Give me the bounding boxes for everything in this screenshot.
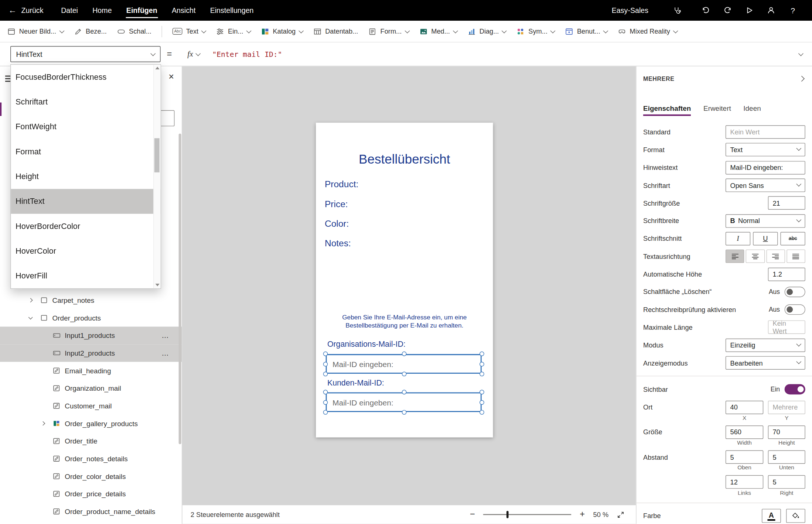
ribbon-item-charts[interactable]: Diag... [468, 27, 506, 35]
selection-handle[interactable] [480, 410, 484, 415]
underline-button[interactable]: U [753, 232, 778, 245]
dropdown-item[interactable]: FontWeight [11, 114, 160, 139]
align-justify-button[interactable] [787, 250, 805, 263]
selection-handle[interactable] [323, 362, 328, 367]
ribbon-item-gallery[interactable]: Katalog [261, 27, 303, 35]
help-button[interactable]: ? [782, 0, 804, 21]
italic-button[interactable]: I [726, 232, 750, 245]
y-input[interactable]: Mehrere [768, 400, 805, 414]
x-input[interactable]: 40 [726, 400, 763, 414]
max-length-input[interactable]: Kein Wert [768, 321, 805, 334]
more-options-icon[interactable]: … [161, 349, 169, 357]
tree-item-order-color-details[interactable]: Order_color_details [0, 468, 182, 485]
selection-handle[interactable] [402, 390, 406, 395]
selection-handle[interactable] [402, 371, 406, 376]
selection-handle[interactable] [480, 352, 484, 356]
width-input[interactable]: 560 [726, 425, 763, 439]
visible-toggle[interactable] [785, 384, 805, 395]
dropdown-item-selected[interactable]: HintText [11, 189, 160, 214]
tab-erweitert[interactable]: Erweitert [703, 105, 731, 116]
dropdown-item[interactable]: Height [11, 164, 160, 189]
hinweistext-input[interactable]: Mail-ID eingeben: [726, 161, 805, 174]
tab-eigenschaften[interactable]: Eigenschaften [643, 105, 691, 116]
selection-handle[interactable] [323, 371, 328, 376]
dropdown-item[interactable]: Format [11, 139, 160, 164]
menu-einstellungen[interactable]: Einstellungen [203, 0, 261, 21]
align-right-button[interactable] [766, 250, 785, 263]
padding-left-input[interactable]: 12 [726, 476, 763, 489]
selection-handle[interactable] [323, 410, 328, 415]
spellcheck-toggle[interactable] [785, 304, 805, 315]
formula-input[interactable]: "Enter mail ID:" [212, 50, 282, 58]
ribbon-item-input[interactable]: Ein... [216, 27, 250, 35]
zoom-in-button[interactable]: + [580, 509, 585, 520]
tree-item-email-heading[interactable]: Email_heading [0, 362, 182, 380]
tree-item-order-price-details[interactable]: Order_price_details [0, 485, 182, 503]
tree-item-order-products[interactable]: Order_products [0, 309, 182, 327]
schriftgroesse-input[interactable]: 21 [768, 196, 805, 210]
zeilenhoehe-input[interactable]: 1.2 [768, 267, 805, 281]
property-selector[interactable]: HintText [10, 46, 161, 62]
selection-handle[interactable] [480, 400, 484, 405]
product-label[interactable]: Product: [325, 179, 358, 190]
tree-scrollbar[interactable] [179, 134, 181, 444]
tree-item-order-product-name-details[interactable]: Order_product_name_details [0, 503, 182, 520]
format-select[interactable]: Text [726, 143, 805, 157]
color-label[interactable]: Color: [325, 219, 358, 229]
ribbon-item-forms[interactable]: Form... [368, 27, 409, 35]
input1-products-textbox[interactable]: Mail-ID eingeben: [326, 354, 482, 374]
tree-item-customer-mail[interactable]: Customer_mail [0, 397, 182, 415]
selection-handle[interactable] [480, 371, 484, 376]
organization-mail-label[interactable]: Organisations-Mail-ID: [327, 340, 406, 349]
schriftart-select[interactable]: Open Sans [726, 179, 805, 192]
zoom-slider[interactable] [483, 511, 571, 518]
app-screen-canvas[interactable]: Bestellübersicht Product: Price: Color: … [316, 123, 493, 437]
customer-mail-label[interactable]: Kunden-Mail-ID: [327, 379, 384, 387]
ribbon-item-icons[interactable]: Sym... [516, 27, 555, 35]
modus-select[interactable]: Einzeilig [726, 338, 805, 352]
order-overview-title[interactable]: Bestellübersicht [316, 152, 493, 167]
dropdown-scrollbar[interactable] [153, 65, 161, 288]
align-left-button[interactable] [726, 250, 744, 263]
selection-handle[interactable] [402, 352, 406, 356]
fx-dropdown[interactable]: fx [187, 50, 199, 59]
formula-bar-expand-icon[interactable] [798, 51, 804, 56]
undo-icon[interactable] [695, 0, 717, 21]
standard-input[interactable]: Kein Wert [726, 125, 805, 138]
close-panel-button[interactable]: × [168, 72, 174, 81]
tree-item-order-gallery-products[interactable]: Order_gallery_products [0, 415, 182, 432]
ribbon-item-mixed-reality[interactable]: Mixed Reality [618, 27, 677, 35]
menu-ansicht[interactable]: Ansicht [164, 0, 203, 21]
scroll-down-icon[interactable] [155, 284, 159, 286]
selection-handle[interactable] [480, 390, 484, 395]
selection-handle[interactable] [480, 362, 484, 367]
schriftbreite-select[interactable]: BNormal [726, 214, 805, 227]
tree-item-carpet-notes[interactable]: Carpet_notes [0, 291, 182, 309]
zoom-slider-thumb[interactable] [506, 511, 508, 518]
dropdown-item[interactable]: FocusedBorderThickness [11, 65, 160, 89]
tree-item-order-notes-details[interactable]: Order_notes_details [0, 450, 182, 468]
canvas-area[interactable]: Bestellübersicht Product: Price: Color: … [182, 66, 636, 524]
tree-item-input1-products[interactable]: Input1_products … [0, 327, 182, 345]
ribbon-item-button[interactable]: Schal... [117, 27, 151, 35]
dropdown-item[interactable]: Schriftart [11, 90, 160, 114]
dropdown-item[interactable]: HoverColor [11, 239, 160, 263]
ribbon-item-data-table[interactable]: Datentab... [313, 27, 358, 35]
tree-item-organization-mail[interactable]: Organization_mail [0, 380, 182, 397]
dropdown-scrollbar-thumb[interactable] [154, 138, 160, 172]
back-button[interactable]: ← Zurück [8, 6, 43, 14]
dropdown-item[interactable]: HoverBorderColor [11, 214, 160, 239]
chevron-right-icon[interactable] [799, 76, 805, 82]
price-label[interactable]: Price: [325, 199, 358, 209]
menu-einfuegen[interactable]: Einfügen [119, 0, 164, 21]
ribbon-item-media[interactable]: Med... [419, 27, 457, 35]
tree-item-order-title[interactable]: Order_title [0, 432, 182, 450]
selection-handle[interactable] [323, 352, 328, 356]
padding-bottom-input[interactable]: 5 [768, 451, 805, 464]
menu-home[interactable]: Home [85, 0, 119, 21]
tree-item-input2-products[interactable]: Input2_products … [0, 344, 182, 362]
ribbon-item-custom[interactable]: Benut... [565, 27, 608, 35]
dropdown-item[interactable]: HoverFill [11, 264, 160, 288]
menu-datei[interactable]: Datei [54, 0, 85, 21]
fill-color-button[interactable] [786, 509, 805, 523]
